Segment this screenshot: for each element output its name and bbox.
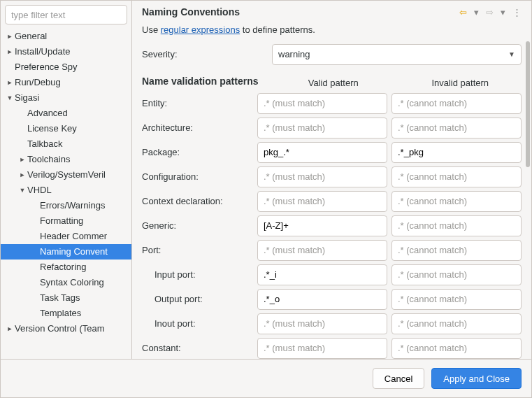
chevron-right-icon[interactable]: ► [5, 321, 15, 336]
tree-item-label: Formatting [40, 213, 83, 229]
invalid-pattern-input[interactable] [391, 289, 522, 310]
severity-select[interactable]: warning ▼ [272, 44, 522, 65]
pattern-row: Generic: [142, 213, 522, 238]
filter-wrap [1, 1, 131, 29]
pattern-label: Package: [142, 143, 253, 162]
tree-item-label: Version Control (Team [15, 321, 105, 336]
tree-item-label: Syntax Coloring [40, 275, 104, 290]
pattern-label: Entity: [142, 94, 253, 113]
tree-item[interactable]: License Key [1, 121, 131, 136]
back-menu-icon[interactable]: ▾ [474, 7, 479, 17]
valid-pattern-input[interactable] [257, 215, 387, 236]
chevron-down-icon[interactable]: ▼ [5, 90, 15, 106]
regex-link[interactable]: regular expressions [161, 24, 240, 35]
tree-item[interactable]: Preference Spy [1, 59, 131, 75]
scrollbar[interactable] [526, 41, 530, 167]
chevron-right-icon[interactable]: ► [5, 29, 15, 44]
tree-item-label: Toolchains [27, 152, 70, 167]
invalid-pattern-input[interactable] [391, 166, 522, 187]
pattern-label: Configuration: [142, 167, 253, 186]
tree-item[interactable]: ►Install/Update [1, 44, 131, 59]
footer: Cancel Apply and Close [1, 359, 531, 397]
tree-item-label: General [15, 29, 47, 44]
patterns-heading: Name validation patterns [142, 71, 268, 91]
invalid-pattern-input[interactable] [391, 215, 522, 236]
content-panel: Naming Conventions ⇦ ▾ ⇨ ▾ ⋮ Use regular… [132, 1, 531, 359]
content-body: Use regular expressions to define patter… [132, 20, 531, 359]
col-invalid-head: Invalid pattern [399, 75, 522, 91]
invalid-pattern-input[interactable] [391, 264, 522, 285]
hint-text: Use regular expressions to define patter… [142, 24, 522, 35]
valid-pattern-input[interactable] [257, 240, 387, 261]
severity-label: Severity: [142, 45, 268, 64]
invalid-pattern-input[interactable] [391, 93, 522, 114]
tree-item-label: Naming Convent [40, 244, 108, 260]
back-icon[interactable]: ⇦ [459, 7, 467, 17]
apply-button[interactable]: Apply and Close [431, 368, 522, 389]
valid-pattern-input[interactable] [257, 118, 387, 138]
tree-item[interactable]: ►Toolchains [1, 152, 131, 167]
valid-pattern-input[interactable] [257, 264, 387, 285]
tree-item[interactable]: ►General [1, 29, 131, 44]
tree-item[interactable]: ▼Sigasi [1, 90, 131, 106]
menu-icon[interactable]: ⋮ [512, 7, 522, 17]
pattern-label: Inout port: [142, 314, 253, 333]
preference-tree[interactable]: ►General►Install/UpdatePreference Spy►Ru… [1, 29, 131, 359]
tree-item-label: Task Tags [40, 290, 80, 306]
pattern-label: Architecture: [142, 118, 253, 137]
tree-item[interactable]: Refactoring [1, 260, 131, 275]
tree-item[interactable]: Formatting [1, 213, 131, 229]
valid-pattern-input[interactable] [257, 191, 387, 212]
invalid-pattern-input[interactable] [391, 118, 522, 138]
preferences-window: ►General►Install/UpdatePreference Spy►Ru… [0, 0, 532, 398]
tree-item[interactable]: Naming Convent [1, 244, 131, 260]
valid-pattern-input[interactable] [257, 338, 387, 359]
tree-item-label: Header Commer [40, 229, 107, 244]
tree-item[interactable]: Header Commer [1, 229, 131, 244]
tree-item-label: VHDL [27, 183, 52, 198]
tree-item[interactable]: Syntax Coloring [1, 275, 131, 290]
tree-item[interactable]: Advanced [1, 106, 131, 121]
invalid-pattern-input[interactable] [391, 142, 522, 163]
invalid-pattern-input[interactable] [391, 240, 522, 261]
pattern-rows: Entity:Architecture:Package:Configuratio… [142, 91, 522, 359]
chevron-right-icon[interactable]: ► [5, 75, 15, 90]
forward-icon[interactable]: ⇨ [486, 7, 494, 17]
pattern-label: Context declaration: [142, 192, 253, 211]
tree-item[interactable]: Errors/Warnings [1, 198, 131, 213]
sidebar: ►General►Install/UpdatePreference Spy►Ru… [1, 1, 132, 359]
tree-item[interactable]: Task Tags [1, 290, 131, 306]
tree-item-label: Refactoring [40, 260, 86, 275]
tree-item-label: Errors/Warnings [40, 198, 105, 213]
cancel-button[interactable]: Cancel [373, 368, 424, 389]
tree-item-label: Run/Debug [15, 75, 61, 90]
severity-value: warning [278, 49, 310, 59]
pattern-row: Input port: [142, 262, 522, 287]
invalid-pattern-input[interactable] [391, 191, 522, 212]
tree-item-label: Templates [40, 306, 81, 321]
valid-pattern-input[interactable] [257, 166, 387, 187]
pattern-label: Input port: [142, 265, 253, 284]
filter-input[interactable] [5, 5, 127, 24]
valid-pattern-input[interactable] [257, 93, 387, 114]
tree-item[interactable]: ►Version Control (Team [1, 321, 131, 336]
invalid-pattern-input[interactable] [391, 313, 522, 334]
valid-pattern-input[interactable] [257, 313, 387, 334]
valid-pattern-input[interactable] [257, 142, 387, 163]
forward-menu-icon[interactable]: ▾ [501, 7, 505, 17]
chevron-right-icon[interactable]: ► [5, 44, 15, 59]
hint-pre: Use [142, 24, 161, 35]
valid-pattern-input[interactable] [257, 289, 387, 310]
chevron-down-icon[interactable]: ▼ [17, 183, 27, 198]
chevron-right-icon[interactable]: ► [17, 152, 27, 167]
tree-item[interactable]: Talkback [1, 136, 131, 152]
chevron-right-icon[interactable]: ► [17, 167, 27, 183]
pattern-label: Output port: [142, 290, 253, 308]
pattern-row: Entity: [142, 91, 522, 115]
invalid-pattern-input[interactable] [391, 338, 522, 359]
tree-item[interactable]: Templates [1, 306, 131, 321]
tree-item[interactable]: ►Run/Debug [1, 75, 131, 90]
pattern-row: Configuration: [142, 164, 522, 189]
tree-item[interactable]: ▼VHDL [1, 183, 131, 198]
tree-item[interactable]: ►Verilog/SystemVeril [1, 167, 131, 183]
